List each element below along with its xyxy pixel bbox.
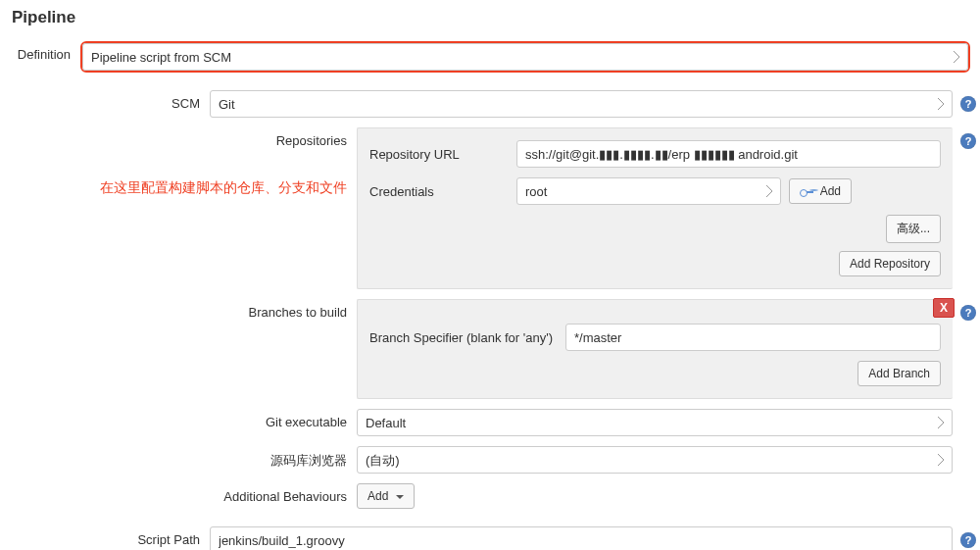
help-icon[interactable]: ? bbox=[960, 305, 976, 321]
key-icon bbox=[800, 188, 813, 196]
add-credentials-button[interactable]: Add bbox=[789, 178, 852, 204]
label-script-path: Script Path bbox=[4, 526, 210, 547]
label-additional-behaviours: Additional Behaviours bbox=[4, 483, 357, 504]
label-credentials: Credentials bbox=[369, 184, 516, 199]
add-behaviour-button[interactable]: Add bbox=[357, 483, 415, 509]
add-repository-button[interactable]: Add Repository bbox=[839, 251, 941, 276]
annotation-text: 在这里配置构建脚本的仓库、分支和文件 bbox=[43, 179, 347, 197]
label-definition: Definition bbox=[4, 41, 80, 62]
script-path-input[interactable] bbox=[210, 526, 953, 550]
chevron-down-icon bbox=[396, 495, 404, 499]
help-icon[interactable]: ? bbox=[960, 96, 976, 112]
branch-specifier-input[interactable] bbox=[565, 324, 941, 351]
label-scm: SCM bbox=[4, 90, 210, 111]
delete-branch-button[interactable]: X bbox=[933, 298, 955, 318]
source-browser-select[interactable]: (自动) bbox=[357, 446, 953, 474]
credentials-select[interactable]: root bbox=[516, 177, 781, 205]
label-source-browser: 源码库浏览器 bbox=[4, 446, 357, 470]
label-branches-to-build: Branches to build bbox=[4, 299, 357, 399]
repo-url-input[interactable] bbox=[516, 140, 941, 168]
label-repo-url: Repository URL bbox=[369, 147, 516, 162]
advanced-button[interactable]: 高级... bbox=[886, 215, 941, 243]
branches-panel: X Branch Specifier (blank for 'any') Add… bbox=[357, 299, 953, 399]
scm-select[interactable]: Git bbox=[210, 90, 953, 118]
git-executable-select[interactable]: Default bbox=[357, 409, 953, 436]
label-repositories: Repositories 在这里配置构建脚本的仓库、分支和文件 bbox=[4, 127, 357, 289]
label-branch-specifier: Branch Specifier (blank for 'any') bbox=[369, 330, 565, 345]
help-icon[interactable]: ? bbox=[960, 532, 976, 548]
help-icon[interactable]: ? bbox=[960, 133, 976, 149]
repositories-panel: Repository URL Credentials root Add 高级..… bbox=[357, 127, 953, 289]
definition-select[interactable]: Pipeline script from SCM bbox=[82, 43, 968, 71]
section-title-pipeline: Pipeline bbox=[4, 8, 976, 27]
add-branch-button[interactable]: Add Branch bbox=[858, 361, 941, 386]
label-git-executable: Git executable bbox=[4, 409, 357, 429]
